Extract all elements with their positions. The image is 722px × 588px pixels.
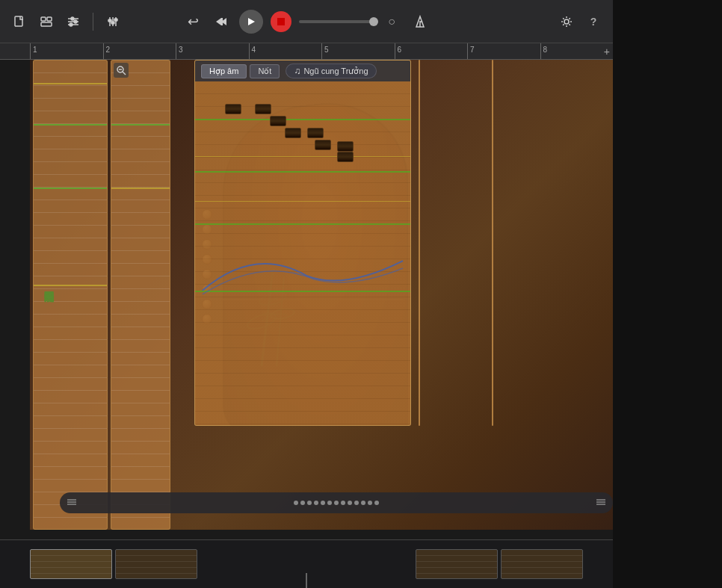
chord-editor-body [195,81,410,425]
chord-editor: Hợp âm Nốt ♫ Ngũ cung Trưởng [194,60,411,426]
scroll-dot-10 [354,501,359,505]
ruler-mark-1: 1 [30,43,103,59]
note-marker-6[interactable] [315,140,331,150]
chord-green-1 [195,119,410,120]
svg-point-8 [74,20,77,23]
music-note-icon: ♫ [294,66,300,76]
main-area: 1 2 3 4 5 6 7 8 + [0,43,613,588]
ruler-mark-5: 5 [321,43,395,59]
ruler-mark-7: 7 [467,43,540,59]
ruler-add-button[interactable]: + [604,46,610,58]
record-button[interactable] [271,11,291,32]
right-panel [613,0,722,588]
volume-icon: ○ [381,11,402,32]
progress-slider[interactable] [299,20,374,23]
metronome-icon [410,11,431,32]
svg-rect-2 [47,17,52,21]
svg-line-33 [123,72,126,75]
mixer-button[interactable] [102,11,123,32]
svg-rect-3 [41,22,52,26]
svg-rect-15 [114,19,117,21]
chord-tab[interactable]: Hợp âm [201,64,247,78]
tracks-button[interactable] [63,11,84,32]
toolbar-left [9,11,123,32]
note-marker-5[interactable] [307,128,324,138]
note-marker-3[interactable] [270,116,286,126]
scale-button[interactable]: ♫ Ngũ cung Trưởng [286,64,376,78]
toolbar-center: ↩ ○ [182,10,431,34]
scroll-right-icon[interactable] [595,496,607,510]
track-panel-2 [111,60,170,530]
svg-rect-1 [41,17,46,21]
scroll-dot-9 [348,501,352,505]
bottom-track-line-4 [306,573,307,588]
undo-button[interactable]: ↩ [182,11,203,32]
bottom-tracks [0,539,613,588]
track1-zoom-button[interactable] [114,63,129,78]
scroll-dot-3 [307,501,312,505]
note-marker-8[interactable] [337,152,354,162]
svg-marker-16 [216,18,221,25]
scroll-dot-7 [334,501,339,505]
scroll-dot-8 [341,501,345,505]
track-panel-1 [33,60,108,530]
ruler-mark-3: 3 [176,43,249,59]
svg-rect-14 [111,22,114,24]
chord-green-3 [195,223,410,225]
svg-point-9 [70,23,72,26]
track-panel-3 [419,60,420,426]
bottom-track-bar-1[interactable] [30,549,112,579]
new-file-button[interactable] [9,11,30,32]
svg-point-7 [71,17,74,20]
note-tab[interactable]: Nốt [250,64,280,78]
note-marker-7[interactable] [337,141,354,152]
ruler-mark-8: 8 [540,43,614,59]
scroll-left-icon[interactable] [66,496,78,510]
ruler-mark-6: 6 [395,43,468,59]
scroll-dot-13 [374,501,379,505]
blue-curve [195,231,410,306]
track1-green-line-1 [34,124,107,126]
svg-point-23 [564,19,569,24]
scroll-dots [294,501,379,505]
ruler-marks: 1 2 3 4 5 6 7 8 [0,43,613,59]
play-button[interactable] [239,10,263,34]
track-panel-4 [492,60,493,426]
ruler-mark-4: 4 [249,43,322,59]
svg-rect-13 [108,19,111,22]
scroll-dot-5 [321,501,325,505]
content-area: Hợp âm Nốt ♫ Ngũ cung Trưởng [30,60,613,530]
svg-marker-19 [248,18,255,25]
partial-note-marker [492,270,493,280]
svg-rect-0 [15,16,22,26]
bottom-track-group-2 [416,549,583,579]
track2-green-line [111,124,170,126]
track2-yellow-line [111,188,170,189]
note-marker-4[interactable] [285,128,301,138]
chord-editor-header: Hợp âm Nốt ♫ Ngũ cung Trưởng [195,61,410,81]
scroll-bar[interactable] [60,492,613,513]
bottom-track-bar-4[interactable] [501,549,583,579]
bottom-track-bar-2[interactable] [115,549,197,579]
track1-yellow-line [34,83,107,84]
ruler-mark-2: 2 [103,43,176,59]
track1-zoom-area [114,63,129,78]
separator-1 [93,13,93,31]
chord-green-2 [195,171,410,173]
scroll-dot-11 [361,501,365,505]
note-marker-2[interactable] [255,104,271,114]
rewind-button[interactable] [211,11,232,32]
toolbar-right: ? [556,11,604,32]
tracks-container: Hợp âm Nốt ♫ Ngũ cung Trưởng [30,60,613,530]
layout-button[interactable] [36,11,57,32]
scroll-dot-6 [327,501,332,505]
help-button[interactable]: ? [583,11,604,32]
scroll-dot-12 [368,501,372,505]
gear-button[interactable] [556,11,577,32]
bottom-track-group-1 [30,549,197,579]
bottom-track-bar-3[interactable] [416,549,498,579]
chord-yellow-2 [195,201,410,202]
toolbar: ↩ ○ [0,0,613,43]
note-marker-1[interactable] [225,104,241,114]
ruler: 1 2 3 4 5 6 7 8 + [0,43,613,60]
